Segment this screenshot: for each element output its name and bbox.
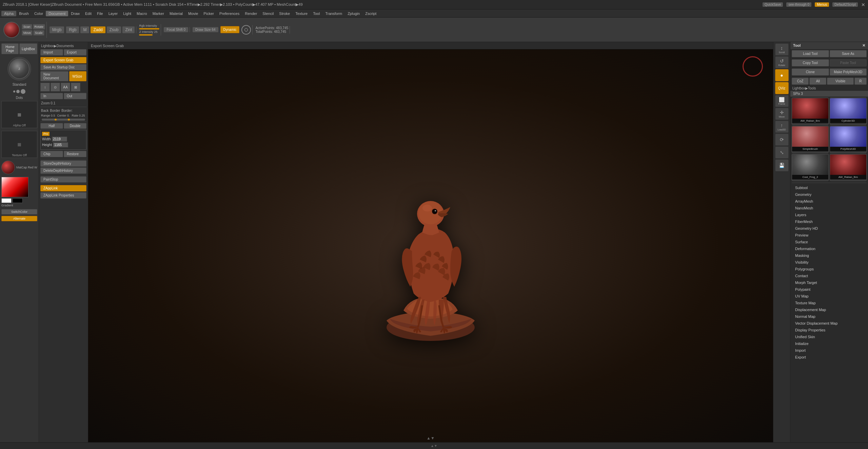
lightbox-btn[interactable]: LightBox (19, 43, 37, 54)
draw-size-display[interactable]: Draw Size 64 (193, 27, 218, 32)
thumb-6[interactable]: AW_Raban_Bro (830, 154, 867, 181)
standard-label[interactable]: Standard (0, 82, 39, 87)
menu-nanomesh[interactable]: NanoMesh (792, 205, 867, 211)
menu-tool[interactable]: Tool (310, 11, 322, 16)
zapplink-btn[interactable]: ZAppLink (40, 185, 86, 191)
focal-shift-display[interactable]: Focal Shift 0 (164, 27, 188, 32)
scale-icon-bar-btn[interactable]: ⤡ (775, 146, 789, 159)
all-btn[interactable]: All (809, 78, 826, 85)
store-icon-bar-btn[interactable]: 💾 (775, 159, 789, 171)
scan-btn[interactable]: Scan (22, 24, 32, 29)
new-document-btn[interactable]: New Document (40, 71, 68, 81)
menu-preferences[interactable]: Preferences (217, 11, 242, 16)
menu-deformation[interactable]: Deformation (792, 245, 867, 252)
move-icon-bar-btn[interactable]: ✛ Move (775, 108, 789, 120)
texture-section[interactable]: ■ Texture Off (1, 131, 37, 158)
lightbox-docs-label[interactable]: Lightbox▶Documents (40, 43, 86, 48)
menu-zplugin[interactable]: Zplugin (345, 11, 362, 16)
menu-texture[interactable]: Texture (293, 11, 310, 16)
half-btn[interactable]: Half (40, 123, 63, 129)
qviz-icon-bar-btn[interactable]: QViz (775, 82, 789, 94)
menu-polypaint[interactable]: Polypaint (792, 286, 867, 293)
zapplink-props-btn[interactable]: ZAppLink Properties (40, 192, 86, 199)
menu-masking[interactable]: Masking (792, 252, 867, 259)
menu-geometry-hd[interactable]: Geometry HD (792, 225, 867, 232)
menus-btn[interactable]: Menus (815, 2, 829, 7)
r-btn[interactable]: R (854, 78, 867, 85)
coz-btn[interactable]: CoZ (792, 78, 809, 85)
menu-uv-map[interactable]: UV Map (792, 293, 867, 300)
menu-export[interactable]: Export (792, 354, 867, 361)
save-as-btn[interactable]: Save As (830, 50, 867, 57)
zadd-btn[interactable]: Zadd (91, 26, 105, 33)
menu-stencil[interactable]: Stencil (260, 11, 276, 16)
menu-display-properties[interactable]: Display Properties (792, 327, 867, 333)
paint-stop-btn[interactable]: PaintStop (40, 176, 86, 183)
make-polymesh-btn[interactable]: Make PolyMesh3D (830, 68, 867, 76)
wsize-btn[interactable]: WSize (69, 71, 86, 81)
brush-preview[interactable] (3, 22, 20, 38)
menu-picker[interactable]: Picker (201, 11, 217, 16)
visible-btn[interactable]: Visible (827, 78, 853, 85)
move-tool-btn[interactable]: Move (22, 30, 33, 36)
delete-depth-btn[interactable]: DeleteDepthHistory (40, 167, 86, 174)
load-tool-btn[interactable]: Load Tool (792, 50, 829, 57)
z-intensity-slider[interactable] (139, 34, 153, 36)
rotate-icon-bar-btn[interactable]: ↺ Rotate (775, 56, 789, 68)
frame-icon-bar-btn[interactable]: ⬜ Frame (775, 95, 789, 107)
mat-icon-bar-btn[interactable]: ● (775, 69, 789, 81)
menu-movie[interactable]: Movie (185, 11, 201, 16)
see-through-btn[interactable]: see-through 0 (786, 2, 811, 7)
dots-label[interactable]: Dots (0, 96, 39, 100)
pro-label[interactable]: Pro (42, 132, 50, 136)
menu-surface[interactable]: Surface (792, 239, 867, 245)
menu-texture-map[interactable]: Texture Map (792, 300, 867, 306)
load3d-icon-bar-btn[interactable]: ↑ Load3D (775, 121, 789, 133)
scroll-icon-bar-btn[interactable]: ↕ Scroll (775, 43, 789, 56)
save-startup-btn[interactable]: Save As Startup Doc (40, 64, 86, 70)
menu-geometry[interactable]: Geometry (792, 191, 867, 198)
menu-transform[interactable]: Transform (322, 11, 345, 16)
store-depth-btn[interactable]: StoreDepthHistory (40, 160, 86, 167)
menu-displacement-map[interactable]: Displacement Map (792, 306, 867, 313)
menu-file[interactable]: File (94, 11, 106, 16)
thumb-5[interactable]: Cool_Frog_2 (792, 154, 829, 181)
menu-contact[interactable]: Contact (792, 272, 867, 279)
brush-name-label[interactable]: Mrgb (50, 26, 64, 33)
menu-marker[interactable]: Marker (150, 11, 167, 16)
menu-import[interactable]: Import (792, 347, 867, 354)
menu-morph-target[interactable]: Morph Target (792, 279, 867, 286)
menu-vector-displacement[interactable]: Vector Displacement Map (792, 320, 867, 327)
rgb-intensity-slider[interactable] (139, 28, 159, 29)
menu-arraymesh[interactable]: ArrayMesh (792, 198, 867, 205)
close-icon[interactable]: ✕ (861, 2, 865, 7)
menu-light[interactable]: Light (120, 11, 134, 16)
menu-preview[interactable]: Preview (792, 232, 867, 239)
black-swatch[interactable] (13, 198, 23, 203)
aa-icon-btn[interactable]: AA (61, 83, 70, 91)
alpha-section[interactable]: ■ Alpha Off (1, 101, 37, 128)
menu-polygroups[interactable]: Polygroups (792, 266, 867, 272)
scale-tool-btn[interactable]: Scale (33, 30, 44, 36)
menu-material[interactable]: Material (167, 11, 185, 16)
thumb-3[interactable]: SimpleBrush (792, 126, 829, 153)
export-screen-grab-btn[interactable]: Export Screen Grab (40, 57, 86, 63)
menu-stroke[interactable]: Stroke (276, 11, 293, 16)
chip-btn[interactable]: Chip (40, 151, 63, 157)
switch-color-btn[interactable]: SwitchColor (1, 209, 37, 215)
copy-tool-btn[interactable]: Copy Tool (792, 59, 829, 66)
clone-btn[interactable]: Clone (792, 68, 829, 76)
double-btn[interactable]: Double (64, 123, 86, 129)
zint-btn[interactable]: Zint (122, 26, 135, 33)
dynamic-circle[interactable] (241, 25, 251, 35)
thumb-4[interactable]: PolyMesh3D (830, 126, 867, 153)
menu-zscript[interactable]: Zscript (362, 11, 379, 16)
menu-color[interactable]: Color (32, 11, 46, 16)
menu-macro[interactable]: Macro (134, 11, 150, 16)
color-gradient[interactable] (1, 177, 28, 197)
rotate2-icon-bar-btn[interactable]: ⟳ (775, 134, 789, 146)
menu-brush[interactable]: Brush (16, 11, 32, 16)
menu-layers[interactable]: Layers (792, 211, 867, 218)
aamuf-icon-btn[interactable]: ⊠ (71, 83, 80, 91)
paste-tool-btn[interactable]: Paste Tool (830, 59, 867, 66)
